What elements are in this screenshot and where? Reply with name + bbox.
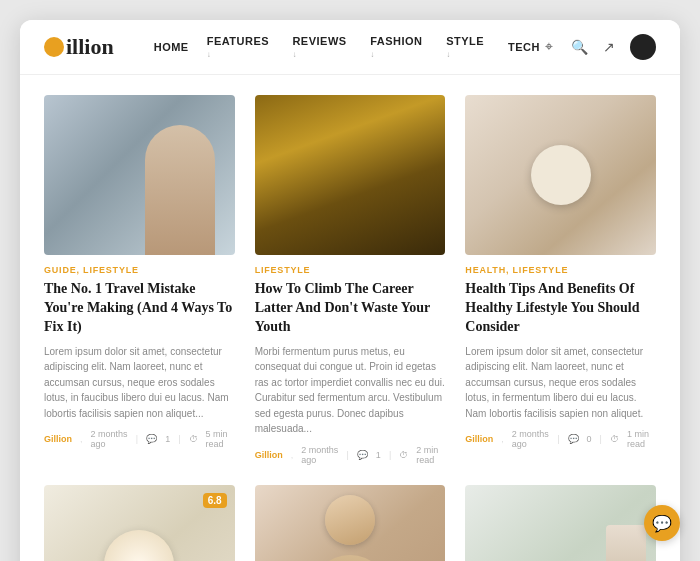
meta-comments: 1	[165, 434, 170, 444]
article-card-dishes: 6.8 COOKING, FOOD Heartwarming Dishes Th…	[44, 485, 235, 561]
clock-icon: ⏱	[399, 450, 408, 460]
article-image-travel	[44, 95, 235, 255]
article-category-career: LIFESTYLE	[255, 265, 446, 275]
sunglasses-decor	[325, 495, 375, 545]
logo-circle	[44, 37, 64, 57]
meta-comments: 1	[376, 450, 381, 460]
nav-tech[interactable]: TECH	[508, 41, 540, 53]
logo-text: illion	[66, 34, 114, 60]
article-image-dishes: 6.8	[44, 485, 235, 561]
article-image-career	[255, 95, 446, 255]
nav-home[interactable]: HOME	[154, 41, 189, 53]
figure-decor	[145, 125, 215, 255]
articles-grid: GUIDE, LIFESTYLE The No. 1 Travel Mistak…	[20, 75, 680, 561]
meta-read-time: 5 min read	[206, 429, 235, 449]
article-card-travel: GUIDE, LIFESTYLE The No. 1 Travel Mistak…	[44, 95, 235, 465]
browser-frame: illion HOME FEATURES REVIEWS FASHION STY…	[20, 20, 680, 561]
nav-reviews[interactable]: REVIEWS	[292, 35, 352, 59]
person-body-decor	[310, 555, 390, 561]
article-card-health: HEALTH, LIFESTYLE Health Tips And Benefi…	[465, 95, 656, 465]
meta-date: 2 months ago	[301, 445, 338, 465]
meta-read-time: 2 min read	[416, 445, 445, 465]
article-excerpt-health: Lorem ipsum dolor sit amet, consectetur …	[465, 344, 656, 422]
nav-features[interactable]: FEATURES	[207, 35, 275, 59]
article-excerpt-travel: Lorem ipsum dolor sit amet, consectetur …	[44, 344, 235, 422]
meta-comments: 0	[587, 434, 592, 444]
share-icon[interactable]: ↗	[600, 38, 618, 56]
article-card-person: STYLE Summer Look Ideas For This Season	[255, 485, 446, 561]
comment-icon: 💬	[568, 434, 579, 444]
health-decor	[531, 145, 591, 205]
meta-read-time: 1 min read	[627, 429, 656, 449]
nav-fashion[interactable]: FASHION	[370, 35, 428, 59]
bookmark-icon[interactable]: ⌖	[540, 38, 558, 56]
article-category-travel: GUIDE, LIFESTYLE	[44, 265, 235, 275]
meta-date: 2 months ago	[512, 429, 549, 449]
article-title-career[interactable]: How To Climb The Career Latter And Don't…	[255, 280, 446, 337]
article-meta-health: Gillion , 2 months ago | 💬 0 | ⏱ 1 min r…	[465, 429, 656, 449]
comment-icon: 💬	[357, 450, 368, 460]
article-image-person	[255, 485, 446, 561]
clock-icon: ⏱	[189, 434, 198, 444]
article-image-work	[465, 485, 656, 561]
clock-icon: ⏱	[610, 434, 619, 444]
article-title-travel[interactable]: The No. 1 Travel Mistake You're Making (…	[44, 280, 235, 337]
meta-author: Gillion	[465, 434, 493, 444]
search-icon[interactable]: 🔍	[570, 38, 588, 56]
dish-decor	[104, 530, 174, 561]
article-card-work: BUSINESS How To Stay Productive Working …	[465, 485, 656, 561]
meta-date: 2 months ago	[91, 429, 128, 449]
site-header: illion HOME FEATURES REVIEWS FASHION STY…	[20, 20, 680, 75]
main-nav: HOME FEATURES REVIEWS FASHION STYLE TECH	[154, 35, 540, 59]
meta-author: Gillion	[44, 434, 72, 444]
article-meta-career: Gillion , 2 months ago | 💬 1 | ⏱ 2 min r…	[255, 445, 446, 465]
article-image-health	[465, 95, 656, 255]
article-category-health: HEALTH, LIFESTYLE	[465, 265, 656, 275]
user-avatar[interactable]	[630, 34, 656, 60]
article-excerpt-career: Morbi fermentum purus metus, eu consequa…	[255, 344, 446, 437]
meta-author: Gillion	[255, 450, 283, 460]
header-icons: ⌖ 🔍 ↗	[540, 34, 656, 60]
article-meta-travel: Gillion , 2 months ago | 💬 1 | ⏱ 5 min r…	[44, 429, 235, 449]
comment-icon: 💬	[146, 434, 157, 444]
article-title-health[interactable]: Health Tips And Benefits Of Healthy Life…	[465, 280, 656, 337]
chat-bubble-button[interactable]: 💬	[644, 505, 680, 541]
work-decor	[606, 525, 646, 561]
article-badge: 6.8	[203, 493, 227, 508]
nav-style[interactable]: STYLE	[446, 35, 490, 59]
logo[interactable]: illion	[44, 34, 114, 60]
article-card-career: LIFESTYLE How To Climb The Career Latter…	[255, 95, 446, 465]
